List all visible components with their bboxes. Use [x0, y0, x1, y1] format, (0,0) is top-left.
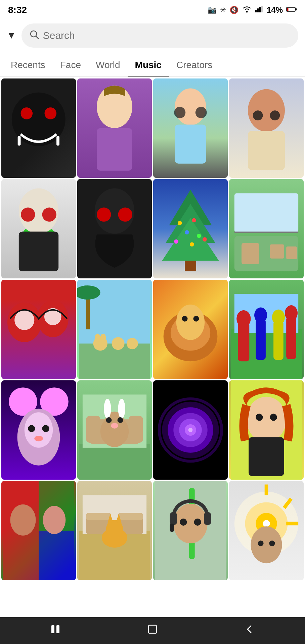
- signal-bars-icon: [255, 6, 263, 14]
- grid-item-15[interactable]: [153, 380, 228, 480]
- svg-point-96: [111, 423, 118, 429]
- tab-face[interactable]: Face: [53, 54, 88, 77]
- grid-item-10[interactable]: [77, 280, 152, 379]
- svg-point-112: [10, 504, 36, 536]
- svg-rect-45: [270, 245, 284, 259]
- home-button[interactable]: [146, 623, 159, 638]
- svg-point-30: [97, 208, 111, 222]
- tab-world[interactable]: World: [88, 54, 128, 77]
- grid-item-19[interactable]: [153, 481, 228, 580]
- svg-rect-13: [18, 136, 21, 145]
- svg-rect-16: [97, 128, 132, 171]
- grid-item-13[interactable]: [1, 380, 76, 480]
- svg-point-22: [253, 110, 263, 120]
- svg-point-23: [270, 110, 280, 120]
- grid-item-16[interactable]: [229, 380, 304, 480]
- svg-rect-117: [86, 513, 111, 520]
- svg-rect-143: [56, 625, 59, 633]
- svg-point-59: [127, 338, 138, 349]
- status-icons: 📷 ✳ 🔇 14%: [208, 5, 297, 15]
- filter-grid: [0, 77, 305, 582]
- grid-item-2[interactable]: [77, 78, 152, 178]
- svg-rect-128: [204, 512, 211, 525]
- svg-point-82: [28, 425, 35, 432]
- svg-rect-47: [234, 193, 298, 232]
- grid-item-12[interactable]: [229, 280, 304, 379]
- svg-point-102: [188, 428, 193, 432]
- svg-point-141: [269, 541, 275, 546]
- svg-point-21: [248, 89, 285, 132]
- grid-item-18[interactable]: [77, 481, 152, 580]
- status-bar: 8:32 📷 ✳ 🔇 14%: [0, 0, 305, 20]
- svg-point-95: [117, 417, 123, 423]
- svg-point-113: [43, 506, 66, 534]
- svg-point-40: [174, 239, 178, 244]
- grid-item-8[interactable]: [229, 179, 304, 278]
- grid-item-5[interactable]: [1, 179, 76, 278]
- grid-item-11[interactable]: [153, 280, 228, 379]
- svg-point-60: [95, 334, 100, 342]
- tab-music[interactable]: Music: [128, 54, 169, 77]
- svg-point-27: [42, 208, 56, 222]
- svg-point-18: [174, 107, 185, 118]
- svg-point-0: [246, 11, 248, 13]
- grid-item-3[interactable]: [153, 78, 228, 178]
- svg-rect-127: [170, 512, 177, 525]
- search-bar-area: ▼: [0, 20, 305, 54]
- svg-rect-24: [248, 131, 285, 170]
- battery-text: 14%: [267, 5, 283, 15]
- svg-rect-46: [286, 247, 297, 259]
- grid-item-7[interactable]: [153, 179, 228, 278]
- svg-point-58: [112, 337, 125, 350]
- grid-item-14[interactable]: [77, 380, 152, 480]
- svg-point-83: [42, 425, 49, 432]
- svg-point-42: [203, 237, 207, 241]
- svg-point-75: [272, 310, 285, 325]
- svg-point-94: [106, 417, 112, 423]
- svg-line-9: [36, 36, 38, 39]
- svg-point-135: [263, 520, 270, 527]
- svg-rect-89: [129, 416, 143, 443]
- svg-rect-14: [56, 136, 59, 145]
- tab-creators[interactable]: Creators: [169, 54, 220, 77]
- svg-rect-106: [249, 437, 284, 476]
- tab-recents[interactable]: Recents: [3, 54, 53, 77]
- svg-rect-20: [175, 124, 206, 163]
- tab-navigation: Recents Face World Music Creators: [0, 54, 305, 77]
- search-bar[interactable]: [21, 23, 298, 48]
- svg-rect-72: [256, 319, 266, 360]
- svg-rect-35: [185, 261, 196, 271]
- svg-rect-70: [238, 322, 249, 361]
- grid-item-6[interactable]: [77, 179, 152, 278]
- svg-rect-144: [148, 625, 157, 633]
- grid-item-20[interactable]: [229, 481, 304, 580]
- camera-icon: 📷: [208, 6, 217, 14]
- svg-point-71: [236, 310, 251, 327]
- svg-rect-85: [79, 444, 150, 480]
- svg-point-19: [195, 107, 207, 118]
- pause-button[interactable]: [49, 623, 61, 638]
- svg-rect-74: [273, 321, 284, 360]
- svg-point-61: [100, 334, 106, 342]
- svg-point-84: [34, 436, 43, 441]
- svg-point-26: [21, 208, 35, 222]
- svg-rect-6: [295, 8, 297, 10]
- grid-item-17[interactable]: [1, 481, 76, 580]
- svg-rect-4: [261, 6, 263, 12]
- grid-item-4[interactable]: [229, 78, 304, 178]
- grid-item-1[interactable]: [1, 78, 76, 178]
- back-button[interactable]: [244, 623, 256, 638]
- grid-item-9[interactable]: [1, 280, 76, 379]
- svg-point-73: [254, 307, 267, 323]
- svg-point-17: [175, 89, 206, 125]
- svg-point-130: [180, 519, 187, 526]
- bluetooth-icon: ✳: [220, 6, 226, 14]
- search-input[interactable]: [43, 30, 290, 41]
- svg-rect-88: [86, 416, 100, 443]
- svg-point-37: [192, 218, 196, 222]
- dropdown-arrow-icon[interactable]: ▼: [7, 30, 16, 41]
- status-time: 8:32: [8, 5, 27, 15]
- wifi-icon: [242, 5, 252, 15]
- svg-point-39: [197, 234, 201, 238]
- svg-rect-7: [287, 8, 289, 11]
